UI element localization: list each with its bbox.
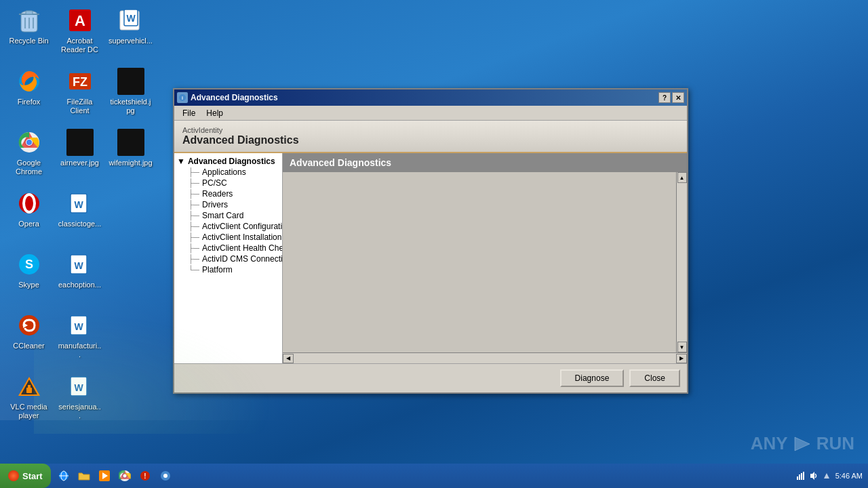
tree-panel: ▼ Advanced Diagnostics ├─ Applications ├… — [174, 153, 283, 363]
seriesjanua-icon[interactable]: W seriesjanua... — [54, 369, 105, 430]
tree-branch-icon: ├─ — [188, 167, 199, 177]
opera-label: Opera — [18, 220, 39, 228]
tree-item-activclient-health[interactable]: ├─ ActivClient Health Chec... — [174, 243, 282, 253]
taskbar-security-icon[interactable]: ! — [136, 466, 155, 485]
supervehicle-icon[interactable]: W supervehicl... — [105, 3, 156, 64]
wifemight-label: wifemight.jpg — [108, 159, 152, 167]
start-button[interactable]: Start — [0, 464, 51, 488]
start-orb — [8, 470, 19, 481]
scroll-up-button[interactable]: ▲ — [677, 172, 687, 183]
ticketshield-icon[interactable]: ticketshield.jpg — [105, 64, 156, 125]
main-panel-content: ▲ ▼ — [283, 172, 687, 352]
eachoption-label: eachoption... — [58, 281, 101, 289]
chrome-image — [16, 129, 43, 156]
taskbar-folder-icon[interactable] — [75, 466, 94, 485]
scroll-right-button[interactable]: ▶ — [676, 354, 687, 363]
ticketshield-label: ticketshield.jpg — [108, 98, 153, 115]
tree-root-item[interactable]: ▼ Advanced Diagnostics — [174, 156, 282, 167]
taskbar-media-icon[interactable] — [95, 466, 114, 485]
tree-item-smartcard[interactable]: ├─ Smart Card — [174, 210, 282, 221]
recycle-bin-icon[interactable]: Recycle Bin — [3, 3, 54, 64]
svg-text:FZ: FZ — [73, 75, 87, 89]
tree-branch-icon-4: ├─ — [188, 200, 199, 209]
dialog-help-button[interactable]: ? — [658, 92, 671, 103]
ccleaner-icon[interactable]: CCleaner — [3, 308, 54, 369]
tree-item-applications[interactable]: ├─ Applications — [174, 167, 282, 178]
taskbar-items: ! — [54, 466, 790, 485]
tray-volume-icon[interactable] — [808, 470, 819, 481]
dialog-footer: Diagnose Close — [174, 363, 687, 392]
svg-marker-39 — [795, 437, 810, 451]
skype-icon[interactable]: S Skype — [3, 247, 54, 308]
anyrun-play-icon — [792, 436, 812, 452]
opera-image — [16, 190, 43, 217]
scroll-down-button[interactable]: ▼ — [677, 342, 687, 352]
diagnose-button[interactable]: Diagnose — [560, 369, 625, 387]
eachoption-icon[interactable]: W eachoption... — [54, 247, 105, 308]
tree-item-label-activclient-install: ActivClient Installation — [202, 232, 281, 242]
wifemight-icon[interactable]: wifemight.jpg — [105, 125, 156, 186]
tree-item-label-activclient-health: ActivClient Health Chec... — [202, 243, 283, 253]
recycle-bin-image — [16, 7, 43, 34]
tree-item-activid-cms[interactable]: ├─ ActivID CMS Connectiv... — [174, 253, 282, 264]
tree-item-pcsc[interactable]: ├─ PC/SC — [174, 178, 282, 188]
tree-item-readers[interactable]: ├─ Readers — [174, 188, 282, 199]
tree-item-activclient-install[interactable]: ├─ ActivClient Installation — [174, 232, 282, 243]
tree-item-activclient-config[interactable]: ├─ ActivClient Configuration — [174, 221, 282, 232]
vlc-label: VLC media player — [7, 403, 51, 420]
classictogether-icon[interactable]: W classictoge... — [54, 186, 105, 247]
tree-item-drivers[interactable]: ├─ Drivers — [174, 199, 282, 210]
eachoption-image: W — [66, 251, 94, 278]
dialog-menubar: File Help — [174, 106, 687, 121]
taskbar-chrome-icon[interactable] — [115, 466, 134, 485]
tree-item-label-activid-cms: ActivID CMS Connectiv... — [202, 254, 283, 264]
taskbar-ie-icon[interactable] — [54, 466, 73, 485]
taskbar-tray: 5:46 AM — [790, 470, 868, 481]
svg-marker-56 — [810, 472, 814, 480]
manufacturi-icon[interactable]: W manufacturi... — [54, 308, 105, 369]
chrome-icon[interactable]: Google Chrome — [3, 125, 54, 186]
menu-file[interactable]: File — [177, 107, 201, 119]
close-button[interactable]: Close — [629, 369, 680, 387]
svg-text:W: W — [74, 260, 83, 271]
tray-network-icon[interactable] — [795, 470, 806, 481]
scroll-left-button[interactable]: ◀ — [283, 354, 294, 363]
recycle-bin-label: Recycle Bin — [9, 37, 48, 45]
tree-item-label-applications: Applications — [202, 167, 246, 177]
advanced-diagnostics-dialog: i Advanced Diagnostics ? ✕ File Help Act… — [173, 88, 688, 394]
skype-label: Skype — [18, 281, 39, 289]
tree-item-label-activclient-config: ActivClient Configuration — [202, 222, 283, 231]
opera-icon[interactable]: Opera — [3, 186, 54, 247]
svg-rect-52 — [797, 476, 798, 480]
tree-branch-icon-10: └─ — [188, 265, 199, 274]
firefox-icon[interactable]: Firefox — [3, 64, 54, 125]
acrobat-reader-icon[interactable]: A Acrobat Reader DC — [54, 3, 105, 64]
tree-item-label-platform: Platform — [202, 265, 233, 274]
menu-help[interactable]: Help — [201, 107, 229, 119]
svg-text:!: ! — [144, 472, 146, 480]
acrobat-image: A — [66, 7, 94, 34]
tray-arrow-icon[interactable] — [821, 470, 832, 481]
horizontal-scrollbar[interactable]: ◀ ▶ — [283, 352, 687, 363]
filezilla-label: FileZilla Client — [58, 98, 102, 115]
manufacturi-image: W — [66, 312, 94, 339]
vlc-icon[interactable]: VLC media player — [3, 369, 54, 430]
dialog-close-button[interactable]: ✕ — [672, 92, 684, 103]
ticketshield-image — [117, 68, 144, 95]
seriesjanua-label: seriesjanua... — [58, 403, 102, 420]
filezilla-icon[interactable]: FZ FileZilla Client — [54, 64, 105, 125]
tree-branch-icon-6: ├─ — [188, 222, 199, 231]
dialog-header: ActivIdentity Advanced Diagnostics — [174, 121, 687, 153]
vertical-scrollbar[interactable]: ▲ ▼ — [676, 172, 687, 352]
dialog-header-title: Advanced Diagnostics — [182, 134, 679, 146]
scroll-track-h — [294, 354, 676, 363]
desktop: Recycle Bin A Acrobat Reader DC W superv… — [0, 0, 868, 488]
svg-text:W: W — [74, 321, 83, 332]
svg-text:W: W — [74, 382, 83, 393]
taskbar-settings-icon[interactable] — [156, 466, 175, 485]
tree-item-platform[interactable]: └─ Platform — [174, 264, 282, 275]
airnever-icon[interactable]: airnever.jpg — [54, 125, 105, 186]
start-label: Start — [22, 471, 43, 481]
svg-point-19 — [19, 193, 39, 214]
acrobat-reader-label: Acrobat Reader DC — [58, 37, 102, 54]
